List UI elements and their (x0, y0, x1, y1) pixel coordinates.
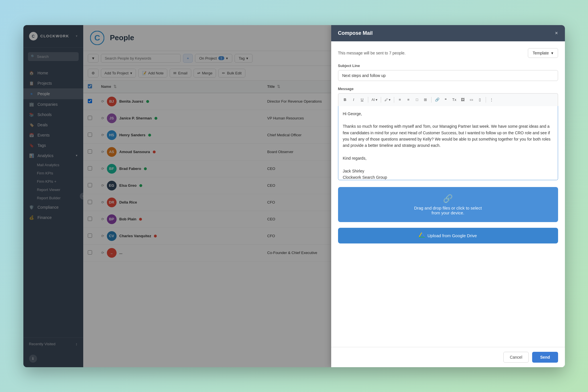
toolbar-separator-3 (394, 97, 394, 103)
table-tool[interactable]: ⊞ (422, 96, 430, 104)
editor-toolbar: B I U AI ▾ 🖊 ▾ ≡ ≡ □ ⊞ 🔗 ❝ (338, 93, 558, 106)
google-drive-label: Upload from Google Drive (428, 233, 477, 238)
template-dropdown-button[interactable]: Template ▾ (528, 48, 558, 58)
bold-tool[interactable]: B (341, 96, 349, 104)
toolbar-separator-2 (381, 97, 381, 103)
compose-header: Compose Mail × (331, 25, 565, 41)
google-drive-button[interactable]: Upload from Google Drive (338, 228, 558, 243)
attach-text: Drag and drop files or click to selectfr… (414, 206, 482, 215)
more-tools-button[interactable]: ⋮ (488, 96, 496, 104)
bullet-list-tool[interactable]: ≡ (396, 96, 404, 104)
google-drive-icon (419, 232, 425, 239)
toolbar-separator-4 (431, 97, 432, 103)
attach-area[interactable]: 🔗 Drag and drop files or click to select… (338, 187, 558, 222)
link-tool[interactable]: 🔗 (433, 96, 441, 104)
svg-marker-3 (419, 232, 425, 237)
subject-input[interactable] (338, 70, 558, 81)
compose-meta-row: This message will be sent to 7 people. T… (338, 48, 558, 58)
blockquote-tool[interactable]: ❝ (442, 96, 450, 104)
ai-tool-dropdown[interactable]: AI ▾ (370, 97, 379, 103)
compose-overlay: Compose Mail × This message will be sent… (23, 25, 565, 367)
message-section: Message B I U AI ▾ 🖊 ▾ ≡ ≡ □ ⊞ (338, 87, 558, 181)
toolbar-separator-1 (368, 97, 368, 103)
compose-body: This message will be sent to 7 people. T… (331, 41, 565, 347)
svg-marker-2 (419, 232, 425, 237)
underline-tool[interactable]: U (358, 96, 366, 104)
indent-tool[interactable]: □ (413, 96, 421, 104)
recipients-text: This message will be sent to 7 people. (338, 51, 406, 55)
cancel-button[interactable]: Cancel (503, 352, 529, 363)
template-chevron-icon: ▾ (551, 51, 553, 55)
subject-section: Subject Line (338, 64, 558, 81)
attach-icon: 🔗 (443, 194, 453, 203)
send-button[interactable]: Send (532, 352, 558, 363)
numbered-list-tool[interactable]: ≡ (404, 96, 412, 104)
message-textarea[interactable] (338, 106, 558, 180)
highlight-tool-dropdown[interactable]: 🖊 ▾ (383, 97, 392, 103)
svg-line-5 (422, 232, 425, 237)
template-label: Template (533, 51, 549, 55)
svg-line-4 (419, 232, 422, 237)
compose-close-button[interactable]: × (555, 31, 558, 36)
italic-tool[interactable]: I (350, 96, 358, 104)
toolbar-separator-5 (486, 97, 486, 103)
image-tool[interactable]: 🖼 (459, 96, 467, 104)
compose-panel: Compose Mail × This message will be sent… (331, 25, 565, 367)
compose-title: Compose Mail (338, 30, 373, 36)
clear-format-tool[interactable]: Tx (450, 96, 458, 104)
layout-1-tool[interactable]: ▭ (467, 96, 475, 104)
subject-label: Subject Line (338, 64, 558, 68)
compose-footer: Cancel Send (331, 347, 565, 367)
message-label: Message (338, 87, 558, 91)
layout-2-tool[interactable]: ▯ (476, 96, 484, 104)
